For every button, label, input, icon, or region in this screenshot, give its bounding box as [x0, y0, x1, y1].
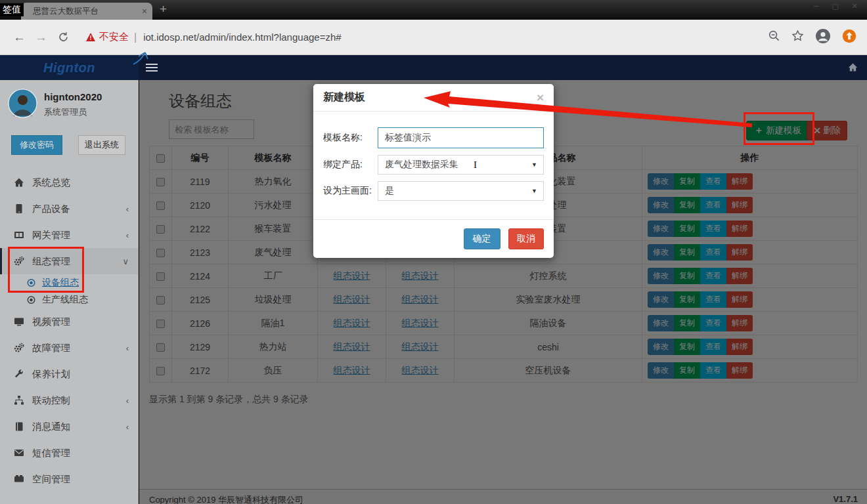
- user-panel: hignton2020 系统管理员: [0, 80, 138, 121]
- cancel-button[interactable]: 取消: [508, 228, 544, 249]
- envelope-icon: [13, 448, 24, 458]
- browser-tab[interactable]: 思普云大数据平台 ×: [21, 3, 152, 20]
- circle-dot-icon: [26, 278, 36, 288]
- close-window-icon[interactable]: ✕: [852, 2, 858, 10]
- main-screen-select[interactable]: 是 ▼: [378, 181, 544, 201]
- avatar: [8, 89, 37, 121]
- app-navbar: Hignton: [0, 55, 867, 80]
- gears-icon: [13, 343, 24, 353]
- url-separator: |: [134, 32, 137, 43]
- template-name-label: 模板名称:: [323, 132, 378, 144]
- zoom-out-icon[interactable]: [768, 30, 780, 45]
- caret-down-icon: ▼: [531, 161, 537, 168]
- username: hignton2020: [44, 91, 102, 102]
- sidebar-toggle-icon[interactable]: [146, 62, 158, 74]
- insecure-label[interactable]: 不安全: [99, 31, 129, 43]
- sidebar-subitem-3-1[interactable]: 生产线组态: [0, 291, 138, 308]
- security-warning-icon[interactable]: [86, 33, 95, 41]
- bookmark-star-icon[interactable]: [791, 30, 804, 45]
- app-logo[interactable]: Hignton: [0, 55, 139, 80]
- template-name-input[interactable]: [378, 127, 544, 148]
- tab-close-icon[interactable]: ×: [142, 7, 147, 16]
- browser-update-icon[interactable]: [842, 29, 856, 46]
- forward-icon[interactable]: →: [35, 30, 47, 45]
- chevron-left-icon: ‹: [126, 343, 129, 353]
- box-icon: [13, 474, 24, 484]
- sidebar-item-3[interactable]: 组态管理∨: [0, 248, 138, 274]
- sitemap-icon: [13, 395, 24, 406]
- chevron-left-icon: ‹: [126, 230, 129, 240]
- chevron-left-icon: ‹: [126, 204, 129, 214]
- browser-tabstrip: 签值 思普云大数据平台 × + ─ ▢ ✕: [0, 0, 867, 20]
- maximize-icon[interactable]: ▢: [832, 2, 838, 10]
- chevron-down-icon: ∨: [122, 257, 129, 266]
- browser-urlbar: ← → 不安全 | iot.idosp.net/admin/index.html…: [0, 20, 867, 55]
- change-password-button[interactable]: 修改密码: [11, 135, 62, 155]
- sidebar: hignton2020 系统管理员 修改密码 退出系统 系统总览产品设备‹网关管…: [0, 80, 139, 504]
- sidebar-item-6[interactable]: 保养计划: [0, 361, 138, 387]
- user-role: 系统管理员: [44, 106, 102, 118]
- home-icon[interactable]: [848, 62, 858, 75]
- circle-dot-icon: [26, 295, 36, 305]
- sidebar-item-0[interactable]: 系统总览: [0, 169, 138, 196]
- book-icon: [13, 421, 24, 432]
- sidebar-item-9[interactable]: 短信管理: [0, 440, 138, 466]
- modal-title: 新建模板: [323, 91, 537, 104]
- chevron-left-icon: ‹: [126, 396, 129, 406]
- sidebar-menu: 系统总览产品设备‹网关管理‹组态管理∨设备组态生产线组态视频管理故障管理‹保养计…: [0, 169, 138, 492]
- sidebar-item-8[interactable]: 消息通知‹: [0, 413, 138, 440]
- sidebar-subitem-3-0[interactable]: 设备组态: [0, 274, 138, 291]
- refresh-icon[interactable]: [58, 32, 69, 43]
- gears-icon: [13, 256, 24, 266]
- new-tab-button[interactable]: +: [160, 2, 167, 16]
- home-icon: [13, 177, 24, 188]
- sidebar-item-10[interactable]: 空间管理: [0, 466, 138, 492]
- confirm-button[interactable]: 确定: [464, 228, 500, 249]
- tab-title: 思普云大数据平台: [33, 6, 142, 17]
- logout-button[interactable]: 退出系统: [78, 135, 125, 155]
- modal-close-icon[interactable]: ×: [537, 91, 544, 105]
- screen-overlay-label: 签值: [0, 3, 24, 16]
- sidebar-item-2[interactable]: 网关管理‹: [0, 222, 138, 248]
- address-bar[interactable]: iot.idosp.net/admin/index.html?language=…: [143, 32, 768, 43]
- caret-down-icon: ▼: [531, 188, 537, 194]
- main-screen-label: 设为主画面:: [323, 185, 378, 197]
- text-cursor: I: [474, 159, 477, 171]
- new-template-modal: 新建模板 × 模板名称: 绑定产品: 废气处理数据采集 ▼ I 设为主画面:: [313, 84, 554, 258]
- bind-product-label: 绑定产品:: [323, 159, 378, 171]
- browser-profile-avatar[interactable]: [815, 28, 831, 47]
- sidebar-item-7[interactable]: 联动控制‹: [0, 387, 138, 413]
- film-icon: [13, 230, 24, 240]
- window-controls: ─ ▢ ✕: [814, 2, 858, 10]
- sidebar-item-5[interactable]: 故障管理‹: [0, 335, 138, 361]
- tablet-icon: [13, 203, 24, 214]
- sidebar-item-4[interactable]: 视频管理: [0, 308, 138, 335]
- bind-product-select[interactable]: 废气处理数据采集 ▼ I: [378, 155, 544, 175]
- chevron-left-icon: ‹: [126, 422, 129, 432]
- monitor-icon: [13, 316, 24, 327]
- minimize-icon[interactable]: ─: [814, 2, 819, 10]
- wrench-icon: [13, 369, 24, 379]
- sidebar-item-1[interactable]: 产品设备‹: [0, 196, 138, 222]
- back-icon[interactable]: ←: [13, 30, 26, 45]
